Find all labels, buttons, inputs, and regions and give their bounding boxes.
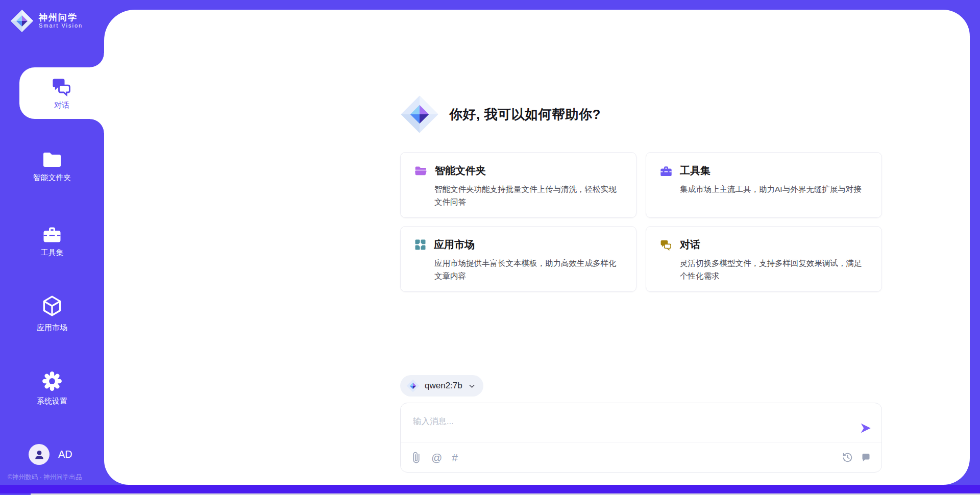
grid-icon [414, 238, 427, 251]
feature-cards: 智能文件夹 智能文件夹功能支持批量文件上传与清洗，轻松实现文件问答 [400, 152, 882, 292]
card-description: 集成市场上主流工具，助力AI与外界无缝扩展与对接 [680, 183, 868, 195]
topic-button[interactable]: # [452, 452, 458, 463]
card-toolset[interactable]: 工具集 集成市场上主流工具，助力AI与外界无缝扩展与对接 [646, 152, 882, 218]
card-title: 智能文件夹 [435, 164, 486, 178]
avatar [29, 444, 50, 465]
sidebar-item-toolset[interactable]: 工具集 [0, 225, 104, 258]
main-panel: 你好, 我可以如何帮助你? 智能文件夹 智能文件夹功能支持批量文件上传与清洗，轻… [104, 10, 970, 485]
sidebar-item-smart-folder[interactable]: 智能文件夹 [0, 151, 104, 183]
sidebar-item-label: 应用市场 [37, 323, 67, 333]
greeting: 你好, 我可以如何帮助你? [400, 95, 882, 134]
user-initials: AD [58, 449, 72, 460]
sidebar-item-label: 系统设置 [37, 397, 67, 406]
sidebar-item-chat[interactable]: 对话 [19, 67, 104, 119]
history-button[interactable] [842, 452, 853, 463]
sidebar-item-label: 对话 [54, 101, 69, 110]
chevron-down-icon [468, 382, 476, 390]
paperclip-icon [411, 452, 422, 463]
message-bubble-icon [861, 452, 871, 463]
sidebar-item-settings[interactable]: 系统设置 [0, 370, 104, 406]
brand-subtitle: Smart Vision [39, 22, 83, 29]
card-description: 灵活切换多模型文件，支持多样回复效果调试，满足个性化需求 [680, 257, 868, 282]
briefcase-icon [42, 225, 62, 243]
gear-icon [41, 370, 63, 392]
send-button[interactable] [859, 422, 872, 435]
card-chat[interactable]: 对话 灵活切换多模型文件，支持多样回复效果调试，满足个性化需求 [646, 226, 882, 292]
sidebar-item-app-market[interactable]: 应用市场 [0, 295, 104, 333]
person-icon [33, 448, 46, 461]
app-root: 神州问学 Smart Vision 对话 智能文件夹 [0, 0, 980, 495]
chat-bubbles-icon [659, 239, 673, 251]
mention-button[interactable]: @ [431, 452, 442, 463]
composer-toolbar: @ # [401, 442, 881, 472]
at-icon: @ [431, 452, 442, 463]
history-icon [842, 452, 853, 463]
bottom-accent-bar [0, 485, 980, 493]
sidebar-item-label: 工具集 [41, 248, 64, 258]
folder-icon [42, 151, 62, 168]
send-icon [859, 422, 872, 435]
card-title: 对话 [680, 238, 700, 252]
brand: 神州问学 Smart Vision [10, 9, 83, 33]
card-title: 工具集 [680, 164, 710, 178]
sidebar: 神州问学 Smart Vision 对话 智能文件夹 [0, 0, 104, 495]
card-app-market[interactable]: 应用市场 应用市场提供丰富长文本模板，助力高效生成多样化文章内容 [400, 226, 636, 292]
brand-logo-icon [10, 9, 34, 33]
main-content: 你好, 我可以如何帮助你? 智能文件夹 智能文件夹功能支持批量文件上传与清洗，轻… [400, 19, 882, 473]
card-description: 应用市场提供丰富长文本模板，助力高效生成多样化文章内容 [434, 257, 623, 282]
model-name: qwen2:7b [425, 381, 462, 391]
greeting-title: 你好, 我可以如何帮助你? [449, 106, 601, 123]
greeting-logo-icon [400, 95, 439, 134]
hash-icon: # [452, 452, 458, 463]
new-chat-button[interactable] [861, 452, 871, 463]
model-selector[interactable]: qwen2:7b [400, 375, 483, 397]
user-account[interactable]: AD [29, 444, 72, 465]
composer: @ # [400, 403, 882, 473]
attach-button[interactable] [411, 452, 422, 463]
briefcase-icon [659, 165, 673, 177]
brand-name: 神州问学 [39, 13, 83, 23]
sidebar-item-label: 智能文件夹 [33, 173, 71, 183]
cube-icon [41, 295, 63, 318]
card-smart-folder[interactable]: 智能文件夹 智能文件夹功能支持批量文件上传与清洗，轻松实现文件问答 [400, 152, 636, 218]
chat-icon [51, 77, 73, 97]
card-description: 智能文件夹功能支持批量文件上传与清洗，轻松实现文件问答 [434, 183, 623, 208]
message-input[interactable] [412, 410, 843, 432]
diamond-logo-icon [406, 379, 420, 392]
copyright-text: ©神州数码 · 神州问学出品 [8, 473, 82, 482]
folder-open-icon [414, 165, 428, 177]
card-title: 应用市场 [434, 238, 475, 252]
